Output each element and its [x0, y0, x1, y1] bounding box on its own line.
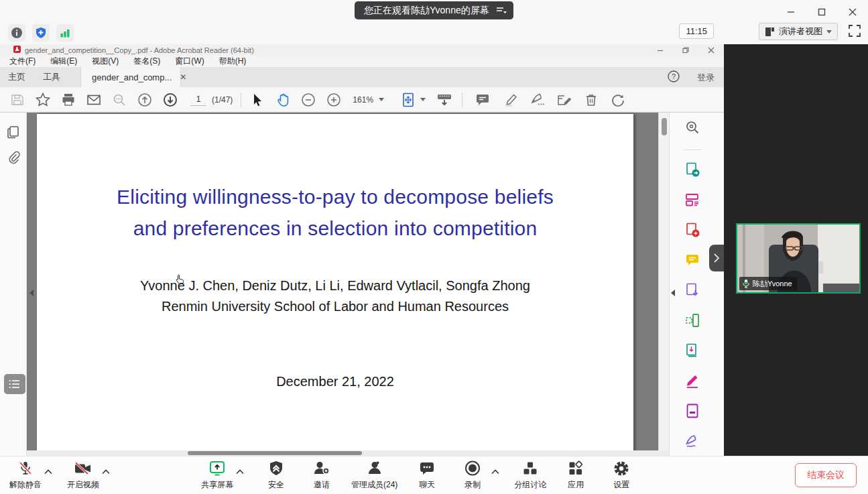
meeting-info-icon[interactable] [8, 24, 25, 42]
record-chevron-icon[interactable] [491, 465, 499, 477]
window-controls [782, 5, 861, 19]
security-button[interactable]: 安全 [260, 460, 292, 491]
signature-pen-icon[interactable] [528, 90, 547, 109]
edit-text-icon[interactable] [684, 373, 700, 391]
tab-close-icon[interactable]: ✕ [180, 72, 186, 82]
acrobat-titlebar: gender_and_competition__Copy_.pdf - Adob… [0, 44, 724, 56]
zoom-out-icon[interactable] [299, 90, 318, 109]
meeting-clock: 11:15 [679, 23, 714, 39]
chat-label: 聊天 [419, 479, 435, 491]
thumbnail-panel-toggle[interactable] [4, 374, 25, 394]
minimize-icon[interactable] [782, 5, 800, 19]
fill-sign-icon[interactable] [555, 90, 574, 109]
horizontal-scrollbar-thumb[interactable] [188, 451, 362, 455]
chevron-down-icon[interactable] [420, 98, 426, 101]
start-video-button[interactable]: 开启视频 [67, 460, 99, 491]
highlighter-icon[interactable] [501, 90, 520, 109]
end-meeting-button[interactable]: 结束会议 [795, 463, 857, 487]
view-mode-button[interactable]: 演讲者视图 [759, 23, 838, 40]
network-signal-icon[interactable] [56, 24, 74, 42]
start-video-chevron-icon[interactable] [102, 465, 110, 477]
vertical-scrollbar[interactable] [658, 113, 669, 456]
acrobat-window-controls [647, 45, 724, 55]
banner-menu-icon[interactable] [496, 7, 507, 15]
share-screen-chevron-icon[interactable] [236, 465, 244, 477]
create-pdf-icon[interactable] [684, 222, 700, 241]
email-icon[interactable] [84, 90, 103, 109]
settings-button[interactable]: 设置 [605, 460, 637, 491]
search-icon[interactable] [110, 90, 129, 109]
breakout-rooms-button[interactable]: 分组讨论 [514, 460, 546, 491]
invite-button[interactable]: 邀请 [306, 460, 338, 491]
record-icon [464, 460, 481, 477]
menu-edit[interactable]: 编辑(E) [50, 56, 77, 67]
compress-pdf-icon[interactable] [684, 343, 700, 361]
zoom-level-select[interactable]: 161% [353, 95, 384, 105]
page-display-icon[interactable] [435, 90, 454, 109]
apps-button[interactable]: 应用 [560, 460, 592, 491]
participant-video[interactable]: 陈劼Yvonne [736, 223, 861, 294]
fit-page-icon[interactable] [399, 90, 418, 109]
share-screen-button[interactable]: 共享屏幕 [201, 460, 233, 491]
unmute-chevron-icon[interactable] [44, 465, 52, 477]
sign-in-link[interactable]: 登录 [697, 72, 715, 84]
select-tool-icon[interactable] [248, 90, 267, 109]
mic-muted-icon [17, 460, 34, 477]
gear-icon [613, 460, 630, 477]
acrobat-restore-icon[interactable] [673, 45, 698, 55]
comment-tool-icon[interactable] [684, 252, 700, 271]
delete-icon[interactable] [582, 90, 601, 109]
tab-home[interactable]: 主页 [8, 67, 25, 87]
acrobat-window-title: gender_and_competition__Copy_.pdf - Adob… [25, 46, 254, 54]
combine-files-icon[interactable] [684, 312, 700, 331]
page-thumbnails-icon[interactable] [6, 125, 21, 142]
save-icon[interactable] [8, 90, 27, 109]
chat-button[interactable]: 聊天 [411, 460, 443, 491]
menu-view[interactable]: 视图(V) [92, 56, 119, 67]
meeting-security-shield-icon[interactable] [32, 24, 50, 42]
participant-name: 陈劼Yvonne [753, 279, 792, 289]
close-icon[interactable] [844, 5, 861, 19]
menu-sign[interactable]: 签名(S) [133, 56, 160, 67]
unmute-button[interactable]: 解除静音 [9, 460, 42, 491]
manage-members-button[interactable]: 管理成员(24) [351, 460, 397, 491]
acrobat-minimize-icon[interactable] [647, 45, 673, 55]
next-page-icon[interactable] [161, 90, 180, 109]
meeting-header: 您正在观看陈劼Yvonne的屏幕 11:15 演讲者视图 [0, 0, 868, 44]
tab-document[interactable]: gender_and_comp... ✕ [80, 67, 181, 87]
tab-tools[interactable]: 工具 [43, 67, 60, 87]
help-icon[interactable]: ? [668, 70, 680, 85]
hand-tool-icon[interactable] [273, 90, 292, 109]
star-icon[interactable] [34, 90, 52, 109]
manage-members-label: 管理成员(24) [351, 479, 397, 491]
attachments-icon[interactable] [6, 150, 21, 168]
menu-help[interactable]: 帮助(H) [219, 56, 247, 67]
vertical-scrollbar-thumb[interactable] [662, 118, 667, 135]
slide-title-line1: Eliciting willingness-to-pay to decompos… [37, 181, 633, 212]
invite-label: 邀请 [314, 479, 330, 491]
edit-pdf-icon[interactable] [684, 192, 700, 210]
page-number-input[interactable] [190, 94, 206, 106]
menu-window[interactable]: 窗口(W) [175, 56, 204, 67]
horizontal-scrollbar[interactable] [27, 450, 669, 456]
previous-page-icon[interactable] [135, 90, 154, 109]
acrobat-close-icon[interactable] [698, 45, 724, 55]
acrobat-toolbar: (1/47) 161% [0, 87, 724, 113]
redact-icon[interactable] [684, 403, 700, 422]
print-icon[interactable] [59, 90, 78, 109]
export-pdf-icon[interactable] [684, 162, 700, 180]
fullscreen-icon[interactable] [848, 24, 861, 40]
fill-sign-tool-icon[interactable] [684, 433, 700, 452]
tools-pane-expand-tab[interactable] [709, 245, 724, 271]
maximize-icon[interactable] [813, 5, 830, 19]
search-tools-icon[interactable] [684, 119, 700, 138]
collapse-right-panel-icon[interactable] [671, 290, 675, 296]
share-screen-label: 共享屏幕 [201, 479, 233, 491]
record-button[interactable]: 录制 [456, 460, 489, 491]
request-signatures-icon[interactable] [684, 282, 700, 301]
comment-icon[interactable] [473, 90, 492, 109]
rotate-icon[interactable] [609, 90, 627, 109]
collapse-left-panel-icon[interactable] [29, 290, 34, 296]
menu-file[interactable]: 文件(F) [9, 56, 36, 67]
zoom-in-icon[interactable] [324, 90, 343, 109]
